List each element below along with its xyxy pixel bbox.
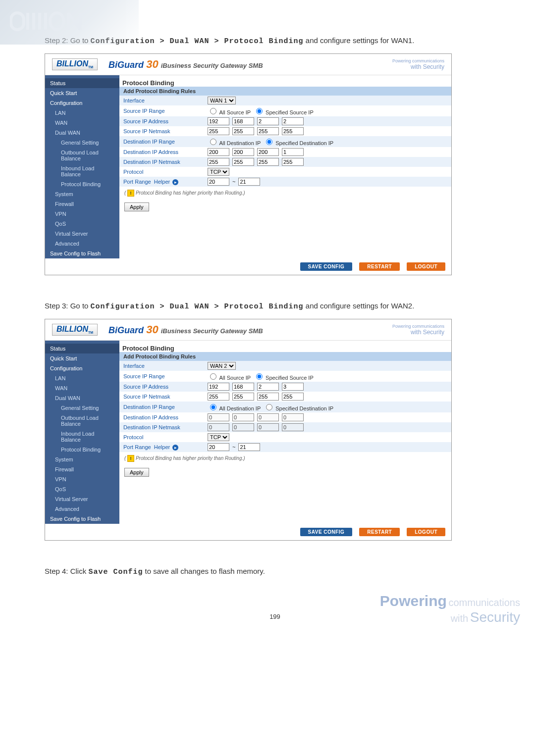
- sidebar-item-lan[interactable]: LAN: [45, 108, 119, 118]
- dst-mask-1[interactable]: [208, 158, 229, 166]
- sidebar-item-outbound[interactable]: Outbound Load Balance: [45, 413, 119, 429]
- src-addr-1[interactable]: [208, 383, 229, 391]
- port-from[interactable]: [208, 443, 229, 451]
- form-section: Add Protocol Binding Rules: [119, 352, 451, 361]
- sidebar-item-status[interactable]: Status: [45, 344, 119, 353]
- label-src-range: Source IP Range: [123, 108, 208, 114]
- label-protocol: Protocol: [123, 434, 208, 440]
- dst-addr-1[interactable]: [208, 148, 229, 156]
- sidebar-item-inbound[interactable]: Inbound Load Balance: [45, 163, 119, 179]
- product-title: BiGuard 30 iBusiness Security Gateway SM…: [108, 58, 263, 71]
- src-addr-2[interactable]: [232, 117, 254, 125]
- sidebar-item-protocol[interactable]: Protocol Binding: [45, 179, 119, 189]
- sidebar-item-configuration[interactable]: Configuration: [45, 98, 119, 108]
- sidebar-item-system[interactable]: System: [45, 189, 119, 199]
- sidebar-item-quickstart[interactable]: Quick Start: [45, 88, 119, 98]
- protocol-select[interactable]: TCP: [208, 433, 229, 441]
- src-mask-3[interactable]: [257, 127, 279, 135]
- src-mask-4[interactable]: [282, 393, 304, 401]
- src-addr-1[interactable]: [208, 117, 229, 125]
- logout-button[interactable]: LOGOUT: [407, 528, 445, 536]
- sidebar-item-saveconfig[interactable]: Save Config to Flash: [45, 514, 119, 524]
- sidebar-item-wan[interactable]: WAN: [45, 118, 119, 128]
- apply-button[interactable]: Apply: [124, 202, 149, 211]
- logout-button[interactable]: LOGOUT: [407, 262, 445, 271]
- label-dst-addr: Destination IP Address: [123, 149, 208, 155]
- interface-select[interactable]: WAN 2: [208, 362, 236, 370]
- radio-all-dst[interactable]: All Destination IP: [208, 403, 261, 411]
- sidebar-item-vpn[interactable]: VPN: [45, 209, 119, 219]
- sidebar-item-qos[interactable]: QoS: [45, 484, 119, 494]
- src-mask-2[interactable]: [232, 127, 254, 135]
- sidebar-item-firewall[interactable]: Firewall: [45, 199, 119, 209]
- sidebar-item-protocol[interactable]: Protocol Binding: [45, 445, 119, 454]
- step3-text: Step 3: Go to Configuration > Dual WAN >…: [45, 300, 505, 313]
- radio-all-dst[interactable]: All Destination IP: [208, 137, 261, 146]
- protocol-select[interactable]: TCP: [208, 168, 229, 176]
- radio-spec-src[interactable]: Specified Source IP: [254, 372, 314, 381]
- sidebar-item-dualwan[interactable]: Dual WAN: [45, 393, 119, 403]
- restart-button[interactable]: RESTART: [359, 262, 400, 271]
- radio-all-src[interactable]: All Source IP: [208, 372, 251, 381]
- sidebar-item-status[interactable]: Status: [45, 78, 119, 88]
- sidebar-item-dualwan[interactable]: Dual WAN: [45, 128, 119, 138]
- apply-button[interactable]: Apply: [124, 468, 149, 477]
- sidebar-item-qos[interactable]: QoS: [45, 219, 119, 229]
- dst-addr-2[interactable]: [232, 148, 254, 156]
- dst-mask-3[interactable]: [257, 158, 279, 166]
- save-config-button[interactable]: SAVE CONFIG: [300, 528, 353, 536]
- sidebar-item-vpn[interactable]: VPN: [45, 474, 119, 484]
- priority-note: ( ! Protocol Binding has higher priority…: [119, 452, 451, 465]
- dst-addr-4[interactable]: [282, 148, 304, 156]
- src-mask-4[interactable]: [282, 127, 304, 135]
- radio-spec-dst[interactable]: Specified Destination IP: [264, 403, 333, 411]
- port-to[interactable]: [238, 443, 260, 451]
- save-config-button[interactable]: SAVE CONFIG: [300, 262, 353, 271]
- sidebar-item-lan[interactable]: LAN: [45, 373, 119, 383]
- radio-all-src[interactable]: All Source IP: [208, 106, 251, 115]
- src-addr-3[interactable]: [257, 117, 279, 125]
- sidebar-item-firewall[interactable]: Firewall: [45, 464, 119, 474]
- sidebar-item-general[interactable]: General Setting: [45, 403, 119, 413]
- src-addr-3[interactable]: [257, 383, 279, 391]
- dst-mask-4: [282, 423, 304, 431]
- sidebar: Status Quick Start Configuration LAN WAN…: [45, 341, 119, 524]
- sidebar-item-general[interactable]: General Setting: [45, 138, 119, 148]
- port-to[interactable]: [238, 178, 260, 186]
- helper-icon[interactable]: ▸: [172, 179, 178, 185]
- dst-addr-3[interactable]: [257, 148, 279, 156]
- helper-icon[interactable]: ▸: [172, 445, 178, 451]
- src-mask-1[interactable]: [208, 393, 229, 401]
- restart-button[interactable]: RESTART: [359, 528, 400, 536]
- port-from[interactable]: [208, 178, 229, 186]
- sidebar-item-system[interactable]: System: [45, 454, 119, 464]
- sidebar-item-saveconfig[interactable]: Save Config to Flash: [45, 249, 119, 258]
- sidebar-item-wan[interactable]: WAN: [45, 383, 119, 393]
- sidebar: Status Quick Start Configuration LAN WAN…: [45, 75, 119, 258]
- dst-mask-2[interactable]: [232, 158, 254, 166]
- sidebar-item-virtual[interactable]: Virtual Server: [45, 229, 119, 239]
- sidebar-item-advanced[interactable]: Advanced: [45, 504, 119, 514]
- label-dst-range: Destination IP Range: [123, 139, 208, 145]
- screenshot-wan2: BILLIONTM BiGuard 30 iBusiness Security …: [45, 319, 452, 541]
- sidebar-item-outbound[interactable]: Outbound Load Balance: [45, 148, 119, 163]
- src-mask-2[interactable]: [232, 393, 254, 401]
- sidebar-item-virtual[interactable]: Virtual Server: [45, 494, 119, 504]
- label-src-mask: Source IP Netmask: [123, 128, 208, 134]
- radio-spec-dst[interactable]: Specified Destination IP: [264, 137, 333, 146]
- step4-text: Step 4: Click Save Config to save all ch…: [45, 565, 505, 578]
- label-src-addr: Source IP Address: [123, 384, 208, 390]
- src-addr-4[interactable]: [282, 117, 304, 125]
- interface-select[interactable]: WAN 1: [208, 97, 236, 104]
- radio-spec-src[interactable]: Specified Source IP: [254, 106, 314, 115]
- src-addr-2[interactable]: [232, 383, 254, 391]
- src-mask-1[interactable]: [208, 127, 229, 135]
- dst-mask-4[interactable]: [282, 158, 304, 166]
- sidebar-item-advanced[interactable]: Advanced: [45, 239, 119, 249]
- src-addr-4[interactable]: [282, 383, 304, 391]
- sidebar-item-inbound[interactable]: Inbound Load Balance: [45, 429, 119, 445]
- sidebar-item-configuration[interactable]: Configuration: [45, 363, 119, 373]
- src-mask-3[interactable]: [257, 393, 279, 401]
- tagline: Powering communicationswith Security: [392, 324, 444, 336]
- sidebar-item-quickstart[interactable]: Quick Start: [45, 353, 119, 363]
